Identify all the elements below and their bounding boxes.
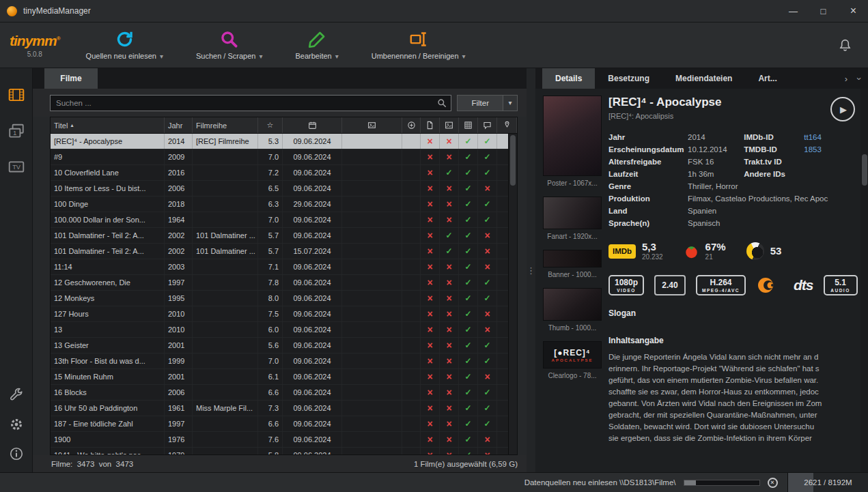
sidebar-item-movies[interactable] bbox=[8, 86, 25, 104]
column-trailer-header[interactable] bbox=[459, 117, 478, 133]
tab-scroll-right-icon[interactable]: › bbox=[840, 74, 853, 84]
cross-icon: × bbox=[427, 434, 432, 445]
column-misc-header[interactable] bbox=[497, 117, 517, 133]
column-series-header[interactable]: Filmreihe bbox=[193, 117, 258, 133]
column-images-header[interactable] bbox=[440, 117, 459, 133]
check-icon: ✓ bbox=[445, 231, 452, 240]
rottentomatoes-icon bbox=[684, 244, 699, 259]
field-label: Altersfreigabe bbox=[608, 156, 685, 167]
table-scrollbar[interactable] bbox=[508, 134, 517, 454]
table-row[interactable]: 15 Minuten Ruhm20016.109.06.2024××✓× bbox=[51, 369, 517, 385]
column-year-header[interactable]: Jahr bbox=[165, 117, 193, 133]
selection-info: 1 Film(e) ausgewählt (6,59 G) bbox=[414, 460, 518, 468]
cell-date: 09.06.2024 bbox=[283, 401, 342, 416]
table-row[interactable]: 101 Dalmatiner - Teil 2: A...2002101 Dal… bbox=[51, 228, 517, 244]
table-row[interactable]: #920097.009.06.2024××✓✓ bbox=[51, 149, 517, 165]
cell-rating: 7.0 bbox=[258, 149, 283, 164]
table-row[interactable]: 127 Hours20107.509.06.2024××✓× bbox=[51, 306, 517, 322]
cell-title: 13th Floor - Bist du was d... bbox=[51, 353, 165, 368]
table-row[interactable]: 16 Blocks20066.609.06.2024××✓✓ bbox=[51, 385, 517, 401]
column-nfo-header[interactable] bbox=[421, 117, 440, 133]
banner-image[interactable] bbox=[543, 250, 602, 267]
cell-flag: × bbox=[421, 448, 440, 454]
cell-flag: × bbox=[440, 385, 459, 400]
clearlogo-image[interactable]: [●REC]⁴APOCALYPSE bbox=[543, 341, 602, 368]
cell-flag: × bbox=[421, 212, 440, 227]
cell-flag: × bbox=[421, 432, 440, 447]
edit-button[interactable]: Bearbeiten▾ bbox=[279, 23, 354, 68]
play-button[interactable]: ▶ bbox=[830, 97, 855, 121]
details-panel: DetailsBesetzungMediendateienArt... › › … bbox=[535, 68, 868, 472]
table-row[interactable]: [REC]⁴ - Apocalypse2014[REC] Filmreihe5.… bbox=[51, 134, 517, 149]
cell-flag: × bbox=[440, 134, 459, 149]
table-row[interactable]: 100.000 Dollar in der Son...19647.009.06… bbox=[51, 212, 517, 228]
table-row[interactable]: 100 Dinge20186.329.06.2024××✓✓ bbox=[51, 197, 517, 212]
cell-new bbox=[402, 385, 421, 400]
tab-mediendateien[interactable]: Mediendateien bbox=[662, 68, 745, 89]
column-subtitles-header[interactable] bbox=[478, 117, 497, 133]
audio-codec-icon bbox=[756, 276, 783, 294]
table-row[interactable]: 13th Floor - Bist du was d...19997.009.0… bbox=[51, 353, 517, 369]
table-row[interactable]: 101 Dalmatiner - Teil 2: A...2002101 Dal… bbox=[51, 244, 517, 259]
cell-year: 2006 bbox=[165, 181, 193, 196]
sidebar-item-tvshows[interactable]: TV bbox=[8, 158, 25, 176]
rename-cleanup-button[interactable]: Umbenennen / Bereinigen▾ bbox=[355, 23, 482, 68]
table-row[interactable]: 1941 - Wo bitte geht's nac19795.809.06.2… bbox=[51, 448, 517, 454]
table-row[interactable]: 1320106.009.06.2024××✓× bbox=[51, 322, 517, 338]
check-icon: ✓ bbox=[484, 403, 490, 413]
tab-overflow-icon[interactable]: › bbox=[854, 72, 865, 85]
cell-flag: ✓ bbox=[478, 197, 497, 212]
info-icon[interactable] bbox=[9, 446, 24, 461]
tab-besetzung[interactable]: Besetzung bbox=[595, 68, 662, 89]
tools-wrench-icon[interactable] bbox=[9, 388, 24, 403]
panel-splitter[interactable]: ⋮ bbox=[527, 68, 535, 472]
cell-flag: × bbox=[478, 228, 497, 243]
column-rating-header[interactable]: ☆ bbox=[258, 117, 283, 133]
cross-icon: × bbox=[427, 246, 432, 257]
table-row[interactable]: 190019767.609.06.2024××✓× bbox=[51, 432, 517, 448]
table-row[interactable]: 10 Cloverfield Lane20167.209.06.2024×✓✓✓ bbox=[51, 165, 517, 181]
table-row[interactable]: 12 Geschworenen, Die19977.809.06.2024××✓… bbox=[51, 275, 517, 291]
table-row[interactable]: 187 - Eine tödliche Zahl19976.609.06.202… bbox=[51, 416, 517, 432]
poster-image[interactable] bbox=[543, 96, 602, 176]
settings-gear-icon[interactable] bbox=[9, 417, 24, 432]
cell-flag: ✓ bbox=[459, 338, 478, 353]
column-title-header[interactable]: Titel▴ bbox=[51, 117, 165, 133]
update-sources-button[interactable]: Quellen neu einlesen▾ bbox=[70, 23, 180, 68]
scrollbar-thumb[interactable] bbox=[862, 154, 867, 186]
table-row[interactable]: 13 Geister20015.609.06.2024××✓✓ bbox=[51, 338, 517, 353]
field-value[interactable]: 1853 bbox=[804, 144, 857, 155]
thumb-image[interactable] bbox=[543, 288, 602, 321]
maximize-button[interactable]: □ bbox=[809, 0, 839, 22]
close-button[interactable]: × bbox=[839, 0, 868, 22]
column-date-header[interactable] bbox=[283, 117, 342, 133]
filter-button[interactable]: Filter bbox=[457, 95, 503, 111]
details-scrollbar[interactable] bbox=[860, 89, 868, 472]
notifications-bell-icon[interactable] bbox=[838, 38, 852, 53]
scrollbar-thumb[interactable] bbox=[510, 135, 516, 186]
column-new-header[interactable] bbox=[402, 117, 421, 133]
search-input[interactable] bbox=[50, 95, 451, 111]
filter-dropdown-arrow[interactable]: ▾ bbox=[503, 95, 518, 111]
document-icon bbox=[425, 121, 434, 130]
fanart-image[interactable] bbox=[543, 197, 602, 229]
cell-rating: 5.7 bbox=[258, 228, 283, 243]
table-row[interactable]: 12 Monkeys19958.009.06.2024××✓✓ bbox=[51, 291, 517, 306]
column-artwork-header[interactable] bbox=[342, 117, 402, 133]
minimize-button[interactable]: — bbox=[779, 0, 809, 22]
field-value[interactable]: tt164 bbox=[804, 132, 857, 143]
cross-icon: × bbox=[446, 277, 451, 288]
tab-details[interactable]: Details bbox=[542, 68, 595, 89]
tab-art[interactable]: Art... bbox=[745, 68, 789, 89]
cell-flag: ✓ bbox=[459, 244, 478, 259]
cell-new bbox=[402, 181, 421, 196]
tab-filme[interactable]: Filme bbox=[44, 68, 98, 89]
field-label: Laufzeit bbox=[608, 169, 685, 179]
cell-artwork bbox=[342, 165, 402, 180]
table-row[interactable]: 10 Items or Less - Du bist...20066.509.0… bbox=[51, 181, 517, 197]
sidebar-item-moviesets[interactable]: 1 bbox=[8, 122, 25, 140]
table-row[interactable]: 11:1420037.109.06.2024××✓× bbox=[51, 259, 517, 275]
cancel-task-icon[interactable]: × bbox=[768, 478, 778, 488]
table-row[interactable]: 16 Uhr 50 ab Paddington1961Miss Marple F… bbox=[51, 401, 517, 416]
search-scrape-button[interactable]: Suchen / Scrapen▾ bbox=[180, 23, 279, 68]
